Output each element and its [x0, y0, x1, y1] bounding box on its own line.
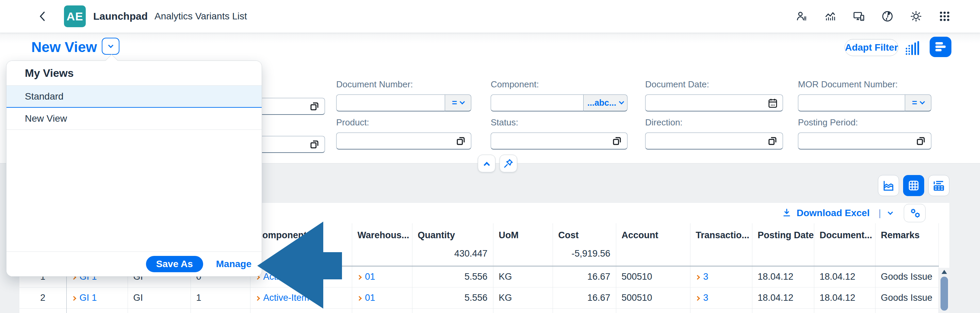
cell-component: Active-Item-01 [250, 266, 352, 287]
value-help-icon[interactable] [915, 136, 927, 148]
grid-view-icon [907, 179, 920, 192]
col-header-posting-date[interactable]: Posting Date [752, 223, 814, 246]
cell-uom: KG [493, 287, 553, 308]
contains-label: ...abc... [587, 98, 616, 108]
posting-period-input[interactable] [798, 133, 931, 150]
cell-rownum: 2 [19, 287, 66, 308]
table-row[interactable]: 2 GI 1 GI 1 Active-Item-02 01 5.556 KG 1… [19, 287, 939, 308]
view-switcher [878, 175, 950, 196]
chevron-down-icon [920, 99, 925, 105]
warehouse-link[interactable]: 01 [358, 292, 375, 303]
status-input[interactable] [491, 133, 627, 150]
view-title[interactable]: New View [31, 39, 97, 55]
popover-footer: Save As Manage [6, 251, 262, 276]
col-header-warehouse[interactable]: Warehous... [352, 223, 412, 246]
filter-list-view-button[interactable] [930, 37, 951, 57]
equals-sign: = [452, 98, 457, 108]
status-label: Status: [491, 117, 627, 128]
devices-icon[interactable] [853, 10, 865, 22]
analytics-icon[interactable] [824, 10, 837, 22]
cell-uom: KG [493, 266, 553, 287]
direction-input[interactable] [645, 133, 783, 150]
user-account-icon[interactable] [795, 10, 808, 22]
col-header-component[interactable]: Component [250, 223, 352, 246]
filter-bar-chart-icon[interactable] [904, 40, 922, 55]
mor-document-number-input[interactable] [798, 95, 905, 111]
col-header-remarks[interactable]: Remarks [875, 223, 939, 246]
component-link[interactable]: Active-Item-02 [256, 292, 323, 303]
document-date-label: Document Date: [645, 79, 783, 90]
transaction-link[interactable]: 3 [696, 272, 708, 282]
table-row-partial[interactable] [19, 308, 939, 313]
download-excel-label: Download Excel [797, 208, 870, 218]
brightness-icon[interactable] [910, 10, 922, 22]
view-item-standard[interactable]: Standard [6, 85, 262, 108]
globe-icon[interactable] [881, 10, 894, 22]
cell-type: GI [127, 287, 191, 308]
filter-field-document-date: Document Date: [645, 79, 783, 111]
value-help-icon[interactable] [455, 136, 466, 148]
manage-link[interactable]: Manage [216, 259, 251, 269]
value-help-icon[interactable] [767, 136, 778, 148]
cell-item: 1 [191, 287, 250, 308]
product-label: Product: [336, 117, 471, 128]
back-button[interactable] [37, 11, 48, 22]
col-header-uom[interactable]: UoM [493, 223, 553, 246]
cell-posting-date: 18.04.12 [752, 266, 814, 287]
value-help-icon[interactable] [309, 139, 320, 151]
equals-operator-dropdown[interactable]: = [445, 95, 471, 111]
col-header-cost[interactable]: Cost [553, 223, 616, 246]
contains-operator-dropdown[interactable]: ...abc... [583, 95, 627, 111]
document-link[interactable]: GI 1 [72, 292, 97, 303]
nav-chevron-icon [695, 275, 700, 280]
nav-chevron-icon [695, 296, 700, 300]
chart-view-button[interactable] [878, 175, 899, 196]
scrollbar-thumb[interactable] [940, 277, 948, 311]
filter-field-direction: Direction: [645, 117, 783, 150]
cell-document-date: 18.04.12 [814, 266, 875, 287]
value-help-icon[interactable] [611, 136, 623, 148]
adapt-filter-button[interactable]: Adapt Filter [845, 39, 898, 56]
save-as-button[interactable]: Save As [146, 256, 203, 272]
download-icon [782, 208, 792, 218]
component-input[interactable] [491, 95, 583, 111]
collapse-filter-button[interactable] [478, 155, 495, 172]
app-logo[interactable]: AE [64, 5, 86, 27]
col-header-document-date[interactable]: Document... [814, 223, 875, 246]
document-date-input[interactable] [645, 95, 783, 111]
table-settings-button[interactable] [904, 204, 926, 222]
download-excel-link[interactable]: Download Excel | [782, 208, 892, 218]
calendar-icon[interactable] [767, 98, 778, 111]
product-input[interactable] [336, 133, 471, 150]
cell-posting-date: 18.04.12 [752, 287, 814, 308]
cell-transaction: 3 [690, 287, 752, 308]
view-selector-button[interactable] [102, 38, 119, 55]
cell-transaction: 3 [690, 266, 752, 287]
equals-sign: = [912, 98, 917, 108]
pin-filter-button[interactable] [500, 155, 517, 172]
chart-table-view-button[interactable] [928, 175, 950, 196]
toolbar-separator: | [878, 208, 881, 218]
grid-view-button[interactable] [903, 175, 924, 196]
document-number-label: Document Number: [336, 79, 471, 90]
col-header-transaction[interactable]: Transactio... [690, 223, 752, 246]
document-number-input[interactable] [336, 95, 445, 111]
chevron-down-icon [108, 43, 113, 48]
cell-cost: 16.67 [553, 266, 616, 287]
col-header-account[interactable]: Account [616, 223, 690, 246]
vertical-scrollbar[interactable] [939, 268, 950, 313]
transaction-link[interactable]: 3 [696, 292, 708, 303]
cell-quantity: 5.556 [412, 287, 493, 308]
app-grid-icon[interactable] [939, 10, 951, 22]
value-help-icon[interactable] [309, 101, 320, 113]
scrollbar-up-arrow-icon[interactable] [942, 270, 947, 274]
popover-title: My Views [6, 61, 262, 85]
equals-operator-dropdown[interactable]: = [905, 95, 931, 111]
filter-field-document-number: Document Number: = [336, 79, 471, 111]
nav-chevron-icon [255, 296, 259, 300]
cell-cost: 16.67 [553, 287, 616, 308]
warehouse-link[interactable]: 01 [358, 272, 375, 282]
col-header-quantity[interactable]: Quantity [412, 223, 493, 246]
component-link[interactable]: Active-Item-01 [256, 272, 323, 282]
view-item-new-view[interactable]: New View [6, 108, 262, 130]
